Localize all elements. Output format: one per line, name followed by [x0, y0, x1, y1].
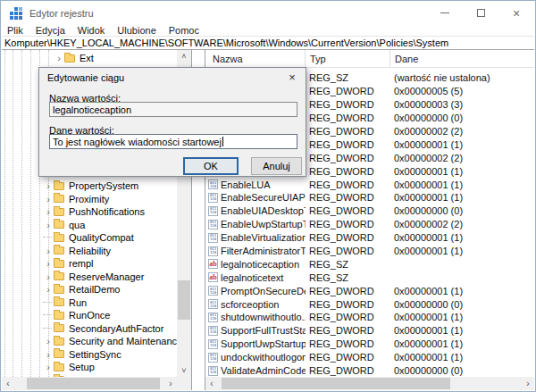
column-header-type[interactable]: Typ [306, 50, 390, 67]
tree-item[interactable]: › rempl [43, 257, 94, 270]
folder-icon [54, 234, 64, 242]
value-name-field[interactable]: legalnoticecaption [49, 102, 297, 117]
scroll-right-icon[interactable]: › [164, 377, 177, 390]
ok-button[interactable]: OK [183, 157, 239, 175]
scroll-up-icon[interactable]: ˄ [177, 50, 191, 63]
expand-chevron-icon[interactable]: › [43, 195, 54, 204]
value-row[interactable]: 011110 SupportFullTrustStar... REG_DWORD… [205, 324, 534, 338]
close-button[interactable]: × [498, 2, 534, 24]
column-header-name[interactable]: Nazwa [205, 50, 306, 67]
value-row[interactable]: 011110 ValidateAdminCode... REG_DWORD 0x… [205, 364, 534, 377]
expand-chevron-icon[interactable]: › [43, 285, 54, 294]
tree-item[interactable]: › ReserveManager [43, 271, 144, 283]
tree-item[interactable]: › SettingSync [43, 348, 121, 361]
scroll-down-icon[interactable]: ˅ [177, 364, 191, 377]
value-data: 0x00000001 (1) [390, 166, 534, 177]
edit-string-dialog: Edytowanie ciągu × Nazwa wartości: legal… [38, 67, 306, 177]
maximize-button[interactable] [463, 2, 498, 24]
value-row[interactable]: 011110 EnableSecureUIAPat... REG_DWORD 0… [205, 191, 534, 204]
expand-chevron-icon[interactable]: › [43, 221, 54, 229]
list-horizontal-scrollbar[interactable]: ‹ › [205, 377, 534, 390]
tree-hscroll-thumb[interactable] [27, 378, 160, 389]
scroll-right-icon[interactable]: › [522, 377, 534, 390]
value-row[interactable]: 011110 EnableLUA REG_DWORD 0x00000001 (1… [205, 178, 534, 191]
value-data: 0x00000000 (0) [390, 205, 534, 216]
expand-chevron-icon[interactable]: › [43, 181, 54, 190]
tree-item[interactable]: › Setup [43, 361, 95, 373]
expand-chevron-icon[interactable]: › [43, 272, 54, 281]
title-bar: Edytor rejestru × [2, 2, 534, 24]
list-hscroll-thumb[interactable] [222, 378, 450, 389]
tree-connector-line [43, 309, 52, 315]
value-row[interactable]: 011110 FilterAdministratorT... REG_DWORD… [205, 245, 534, 258]
value-type-icon: 011110 [208, 233, 218, 243]
folder-icon [64, 54, 75, 63]
minimize-button[interactable] [427, 2, 463, 24]
tree-item[interactable]: › Ext [54, 52, 94, 64]
menu-item[interactable]: Edycja [29, 25, 71, 36]
expand-chevron-icon[interactable]: › [43, 246, 54, 255]
tree-item[interactable]: QualityCompat [43, 231, 134, 244]
tree-item[interactable]: › PropertySystem [43, 179, 138, 192]
value-row[interactable]: 011110 EnableUIADesktopT... REG_DWORD 0x… [205, 204, 534, 218]
value-row[interactable]: 011110 EnableUwpStartupT... REG_DWORD 0x… [205, 218, 534, 231]
tree-item[interactable]: › Reliability [43, 245, 111, 257]
value-name: EnableSecureUIAPat... [221, 192, 306, 203]
tree-item[interactable]: SecondaryAuthFactor [43, 322, 163, 335]
value-type-icon: 011110 [208, 313, 218, 322]
tree-item-label: rempl [69, 258, 94, 269]
value-data: 0x00000001 (1) [390, 179, 534, 190]
value-row[interactable]: 011110 EnableVirtualization REG_DWORD 0x… [205, 231, 534, 245]
value-row[interactable]: ab legalnoticecaption REG_SZ [205, 257, 534, 271]
value-type: REG_DWORD [306, 126, 390, 137]
value-row[interactable]: 011110 scforceoption REG_DWORD 0x0000000… [205, 297, 534, 311]
value-name: PromptOnSecureDe... [221, 286, 306, 296]
value-row[interactable]: 011110 shutdownwithoutlo... REG_DWORD 0x… [205, 311, 534, 324]
expand-chevron-icon[interactable]: › [43, 259, 54, 268]
scroll-left-icon[interactable]: ‹ [205, 377, 218, 390]
tree-horizontal-scrollbar[interactable]: ‹ › [2, 377, 177, 390]
value-row[interactable]: ab legalnoticetext REG_SZ [205, 271, 534, 284]
menu-item[interactable]: Pomoc [163, 25, 205, 36]
tree-item[interactable]: RunOnce [43, 309, 110, 321]
expand-chevron-icon[interactable]: › [54, 54, 64, 63]
value-row[interactable]: 011110 SupportUwpStartup... REG_DWORD 0x… [205, 338, 534, 351]
expand-chevron-icon[interactable]: › [43, 207, 54, 216]
value-row[interactable]: 011110 undockwithoutlogon REG_DWORD 0x00… [205, 351, 534, 364]
expand-chevron-icon[interactable]: › [43, 363, 54, 371]
dialog-close-button[interactable]: × [284, 70, 300, 85]
tree-item[interactable]: › RetailDemo [43, 283, 120, 296]
value-type: REG_SZ [306, 72, 390, 83]
maximize-icon [477, 9, 485, 17]
tree-item[interactable]: › PushNotifications [43, 205, 145, 218]
folder-icon [54, 195, 64, 203]
tree-item[interactable]: Run [43, 296, 87, 309]
cancel-button[interactable]: Anuluj [251, 157, 302, 175]
value-type: REG_DWORD [306, 325, 390, 336]
dialog-title: Edytowanie ciągu [47, 72, 124, 83]
value-row[interactable]: 011110 PromptOnSecureDe... REG_DWORD 0x0… [205, 284, 534, 297]
tree-connector-line [43, 231, 52, 238]
value-name: EnableLUA [221, 179, 306, 190]
value-name: EnableUIADesktopT... [221, 205, 306, 216]
folder-icon [54, 221, 64, 229]
tree-item-label: Ext [80, 53, 94, 63]
folder-icon [54, 286, 64, 294]
column-header-data[interactable]: Dane [390, 50, 534, 67]
address-input[interactable] [2, 38, 534, 48]
menu-item[interactable]: Widok [71, 25, 112, 36]
expand-chevron-icon[interactable]: › [43, 350, 54, 359]
tree-item[interactable]: › Security and Maintenance [43, 335, 177, 347]
value-data-field[interactable]: To jest nagłówek wiadomości startowej [49, 134, 297, 149]
menu-item[interactable]: Ulubione [111, 25, 162, 36]
tree-item[interactable]: › Proximity [43, 193, 109, 205]
expand-chevron-icon[interactable]: › [43, 337, 54, 346]
tree-item[interactable]: › qua [43, 219, 85, 231]
folder-icon [54, 246, 64, 254]
value-type: REG_DWORD [306, 312, 390, 322]
tree-vscroll-thumb[interactable] [178, 280, 190, 320]
scroll-left-icon[interactable]: ‹ [2, 377, 14, 390]
folder-icon [54, 338, 64, 346]
folder-icon [54, 260, 64, 268]
menu-item[interactable]: Plik [2, 25, 29, 36]
